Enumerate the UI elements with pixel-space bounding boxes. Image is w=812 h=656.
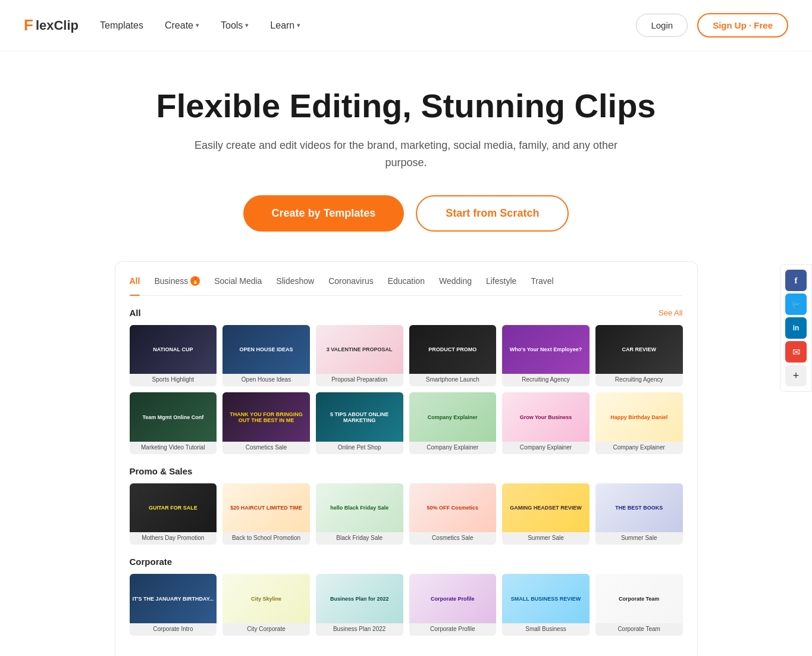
template-label: Open House Ideas: [222, 374, 310, 386]
logo[interactable]: F lexClip: [24, 16, 79, 35]
template-label: Company Explainer: [502, 442, 590, 454]
template-grid-promo: GUITAR FOR SALE Mothers Day Promotion $2…: [130, 483, 683, 545]
list-item[interactable]: 5 TIPS ABOUT ONLINE MARKETING Online Pet…: [316, 392, 403, 454]
tab-social-media[interactable]: Social Media: [214, 276, 262, 288]
list-item[interactable]: GUITAR FOR SALE Mothers Day Promotion: [130, 483, 217, 545]
template-label: Cosmetics Sale: [409, 532, 497, 545]
list-item[interactable]: THANK YOU FOR BRINGING OUT THE BEST IN M…: [222, 392, 310, 454]
list-item[interactable]: $20 HAIRCUT LIMITED TIME Back to School …: [222, 483, 310, 545]
list-item[interactable]: IT'S THE JANUARY BIRTHDAY... Corporate I…: [130, 574, 217, 636]
nav-learn-label: Learn: [270, 20, 294, 31]
section-title-promo: Promo & Sales: [130, 466, 193, 476]
template-label: Summer Sale: [595, 532, 683, 545]
template-thumbnail: OPEN HOUSE IDEAS: [222, 325, 310, 374]
section-header-corporate: Corporate: [130, 557, 683, 567]
tab-all[interactable]: All: [130, 276, 140, 288]
list-item[interactable]: THE BEST BOOKS Summer Sale: [595, 483, 683, 545]
template-thumbnail: IT'S THE JANUARY BIRTHDAY...: [130, 574, 217, 623]
list-item[interactable]: Corporate Team Corporate Team: [595, 574, 683, 636]
see-all-all[interactable]: See All: [659, 308, 682, 317]
facebook-icon: f: [795, 276, 798, 286]
tab-travel[interactable]: Travel: [531, 276, 553, 288]
list-item[interactable]: Who's Your Next Employee? Recruiting Age…: [502, 325, 590, 387]
template-thumbnail: GAMING HEADSET REVIEW: [502, 483, 590, 533]
template-label: Business Plan 2022: [316, 623, 403, 636]
list-item[interactable]: Business Plan for 2022 Business Plan 202…: [316, 574, 403, 636]
twitter-share-button[interactable]: 🐦: [785, 293, 807, 315]
nav-create[interactable]: Create ▾: [165, 20, 199, 31]
template-label: Black Friday Sale: [316, 532, 403, 545]
nav-create-label: Create: [165, 20, 193, 31]
facebook-share-button[interactable]: f: [785, 270, 807, 291]
template-label: Company Explainer: [409, 442, 497, 454]
template-thumbnail: SMALL BUSINESS REVIEW: [502, 574, 590, 623]
tab-slideshow[interactable]: Slideshow: [276, 276, 314, 288]
chevron-down-icon: ▾: [245, 21, 249, 29]
navbar-right: Login Sign Up · Free: [636, 13, 788, 38]
list-item[interactable]: hello Black Friday Sale Black Friday Sal…: [316, 483, 403, 545]
list-item[interactable]: Happy Birthday Daniel Company Explainer: [595, 392, 683, 454]
tab-education[interactable]: Education: [388, 276, 425, 288]
tab-lifestyle[interactable]: Lifestyle: [486, 276, 516, 288]
template-label: Summer Sale: [502, 532, 590, 545]
list-item[interactable]: 3 VALENTINE PROPOSAL Proposal Preparatio…: [316, 325, 403, 387]
chevron-down-icon: ▾: [196, 21, 199, 29]
template-thumbnail: hello Black Friday Sale: [316, 483, 403, 533]
list-item[interactable]: GAMING HEADSET REVIEW Summer Sale: [502, 483, 590, 545]
more-share-button[interactable]: +: [785, 365, 807, 386]
template-label: Small Business: [502, 623, 590, 636]
list-item[interactable]: City Skyline City Corporate: [222, 574, 310, 636]
list-item[interactable]: PRODUCT PROMO Smartphone Launch: [409, 325, 497, 387]
list-item[interactable]: Company Explainer Company Explainer: [409, 392, 497, 454]
social-sidebar: f 🐦 in ✉ +: [780, 264, 812, 392]
list-item[interactable]: Corporate Profile Corporate Profile: [409, 574, 497, 636]
list-item[interactable]: CAR REVIEW Recruiting Agency: [595, 325, 683, 387]
template-label: Mothers Day Promotion: [130, 532, 217, 545]
list-item[interactable]: SMALL BUSINESS REVIEW Small Business: [502, 574, 590, 636]
create-template-button[interactable]: Create by Templates: [243, 195, 405, 232]
template-thumbnail: Happy Birthday Daniel: [595, 392, 683, 442]
template-label: Marketing Video Tutorial: [130, 442, 217, 454]
template-thumbnail: CAR REVIEW: [595, 325, 683, 374]
section-header-all: All See All: [130, 308, 683, 318]
nav-templates[interactable]: Templates: [100, 20, 143, 31]
nav-templates-label: Templates: [100, 20, 143, 31]
preview-panel: All Business 🔥 Social Media Slideshow Co…: [115, 261, 698, 656]
logo-icon: F: [24, 16, 33, 35]
list-item[interactable]: Grow Your Business Company Explainer: [502, 392, 590, 454]
template-thumbnail: NATIONAL CUP: [130, 325, 217, 374]
section-title-corporate: Corporate: [130, 557, 173, 567]
hot-badge: 🔥: [190, 276, 200, 286]
template-thumbnail: 5 TIPS ABOUT ONLINE MARKETING: [316, 392, 403, 442]
list-item[interactable]: 50% OFF Cosmetics Cosmetics Sale: [409, 483, 497, 545]
signup-button[interactable]: Sign Up · Free: [697, 13, 788, 38]
start-scratch-button[interactable]: Start from Scratch: [416, 195, 569, 232]
category-tabs: All Business 🔥 Social Media Slideshow Co…: [130, 276, 683, 296]
template-thumbnail: THANK YOU FOR BRINGING OUT THE BEST IN M…: [222, 392, 310, 442]
tab-wedding[interactable]: Wedding: [439, 276, 472, 288]
template-thumbnail: Company Explainer: [409, 392, 497, 441]
template-thumbnail: Who's Your Next Employee?: [502, 325, 590, 374]
nav-tools[interactable]: Tools ▾: [221, 20, 249, 31]
template-label: Smartphone Launch: [409, 374, 497, 386]
template-label: Corporate Intro: [130, 623, 217, 636]
list-item[interactable]: Team Mgmt Online Conf Marketing Video Tu…: [130, 392, 217, 454]
tab-business[interactable]: Business 🔥: [154, 276, 200, 288]
hero-section: Flexible Editing, Stunning Clips Easily …: [0, 51, 812, 656]
login-button[interactable]: Login: [636, 14, 688, 37]
template-thumbnail: 3 VALENTINE PROPOSAL: [316, 325, 403, 374]
template-grid-corporate: IT'S THE JANUARY BIRTHDAY... Corporate I…: [130, 574, 683, 636]
nav-learn[interactable]: Learn ▾: [270, 20, 300, 31]
template-label: Recruiting Agency: [502, 374, 590, 386]
linkedin-share-button[interactable]: in: [785, 317, 807, 339]
tab-coronavirus[interactable]: Coronavirus: [328, 276, 373, 288]
template-label: City Corporate: [222, 623, 310, 636]
email-share-button[interactable]: ✉: [785, 341, 807, 363]
twitter-icon: 🐦: [791, 300, 801, 309]
list-item[interactable]: NATIONAL CUP Sports Highlight: [130, 325, 217, 387]
navbar: F lexClip Templates Create ▾ Tools ▾ Lea…: [0, 0, 812, 51]
list-item[interactable]: OPEN HOUSE IDEAS Open House Ideas: [222, 325, 310, 387]
chevron-down-icon: ▾: [297, 21, 300, 29]
template-label: Corporate Team: [595, 623, 683, 636]
template-thumbnail: Grow Your Business: [502, 392, 590, 442]
